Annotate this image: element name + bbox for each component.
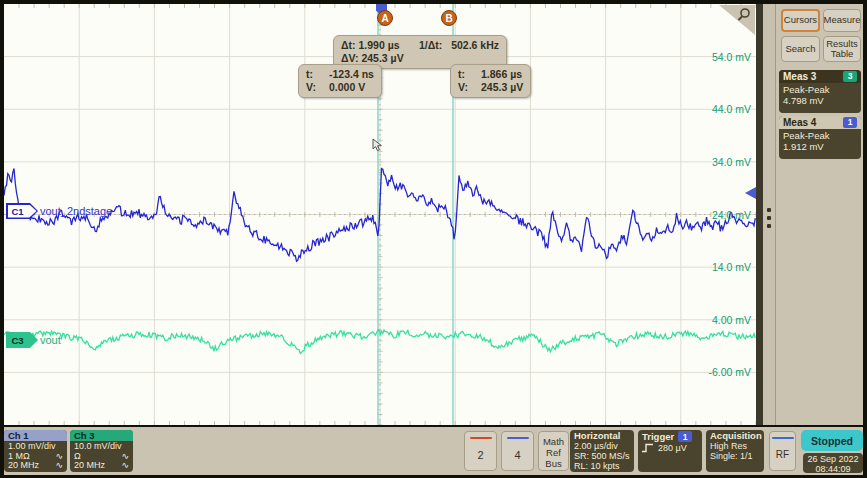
cursor-a-readout[interactable]: t:-123.4 ns V:0.000 V — [298, 64, 382, 98]
horizontal-panel[interactable]: Horizontal 2.00 µs/div SR: 500 MS/s RL: … — [570, 430, 634, 472]
measure-button[interactable]: Measure — [823, 9, 861, 32]
meas4-card[interactable]: Meas 4 1 Peak-Peak 1.912 mV — [779, 116, 861, 159]
rising-edge-icon — [642, 443, 654, 453]
rf-button-label: RF — [776, 439, 789, 470]
cursor-a-t-label: t: — [306, 68, 322, 81]
v-axis-label: 54.0 mV — [712, 51, 751, 63]
acquisition-title: Acquisition — [710, 431, 760, 441]
math-ref-bus-button[interactable]: Math Ref Bus — [538, 431, 569, 471]
trigger-title: Trigger — [642, 432, 674, 442]
trigger-source-chip: 1 — [678, 431, 692, 442]
ch3-title: Ch 3 — [70, 430, 133, 441]
cursor-b-readout[interactable]: t:1.866 µs V:245.3 µV — [450, 64, 531, 98]
ch3-bw-icon: ∿ — [121, 461, 129, 471]
ref-label: Ref — [546, 447, 561, 458]
ch1-tag-label: C1 — [8, 205, 37, 218]
cursor-a-t-value: -123.4 ns — [329, 68, 374, 81]
v-axis-label: 14.0 mV — [712, 261, 751, 273]
horizontal-title: Horizontal — [574, 431, 630, 441]
v-axis-label: 34.0 mV — [712, 156, 751, 168]
acquisition-mode: High Res — [710, 441, 760, 451]
plot-right-gutter — [756, 4, 775, 425]
ch1-bw-icon: ∿ — [55, 461, 63, 471]
cursor-a-badge[interactable]: A — [377, 10, 393, 26]
meas4-title: Meas 4 — [783, 117, 816, 128]
meas3-title: Meas 3 — [783, 71, 816, 82]
trigger-level: 280 µV — [658, 443, 687, 453]
v-axis-label: 24.0 mV — [712, 209, 751, 221]
inv-delta-t-label: 1/Δt: — [419, 39, 442, 51]
ch3-bandwidth: 20 MHz — [74, 461, 105, 471]
right-control-panel: Cursors Measure Search Results Table Mea… — [775, 4, 863, 425]
meas3-value: 4.798 mV — [783, 95, 857, 106]
record-length: RL: 10 kpts — [574, 461, 630, 471]
trigger-panel[interactable]: Trigger 1 280 µV — [638, 430, 702, 472]
results-table-button[interactable]: Results Table — [823, 36, 861, 62]
v-axis-label: -6.00 mV — [708, 366, 751, 378]
meas3-source-chip: 3 — [843, 71, 857, 82]
search-button[interactable]: Search — [781, 36, 820, 62]
meas3-type: Peak-Peak — [783, 84, 857, 95]
sample-rate: SR: 500 MS/s — [574, 451, 630, 461]
magnifier-icon — [736, 7, 752, 23]
delta-t-value: Δt: 1.990 µs — [341, 39, 400, 52]
ch3-badge[interactable]: Ch 3 10.0 mV/div Ω∿ 20 MHz∿ — [70, 430, 133, 472]
cursor-a-v-label: V: — [306, 81, 322, 94]
ch1-trace-label[interactable]: vout_2ndstage — [40, 205, 112, 217]
ch2-button-label: 2 — [477, 439, 483, 470]
drag-handle[interactable] — [767, 208, 771, 212]
cursor-b-t-value: 1.866 µs — [481, 68, 522, 81]
meas4-source-chip: 1 — [843, 117, 857, 128]
v-axis-label: 4.00 mV — [712, 314, 751, 326]
date-text: 26 Sep 2022 — [803, 454, 863, 464]
meas4-value: 1.912 mV — [783, 141, 857, 152]
horizontal-scale: 2.00 µs/div — [574, 441, 630, 451]
bus-label: Bus — [545, 458, 561, 469]
cursor-b-badge[interactable]: B — [441, 10, 457, 26]
ch3-tag-label: C3 — [8, 334, 37, 347]
acquisition-single: Single: 1/1 — [710, 451, 760, 461]
ch1-title: Ch 1 — [4, 430, 67, 441]
cursor-a-v-value: 0.000 V — [329, 81, 365, 94]
ch1-bandwidth: 20 MHz — [8, 461, 39, 471]
rf-button[interactable]: RF — [769, 431, 796, 471]
ch3-trace-label[interactable]: vout — [40, 334, 61, 346]
bottom-status-bar: Ch 1 1.00 mV/div 1 MΩ∿ 20 MHz∿ Ch 3 10.0… — [4, 427, 863, 475]
datetime-badge: 26 Sep 2022 08:44:09 — [803, 453, 863, 473]
cursors-button[interactable]: Cursors — [781, 9, 820, 32]
run-state-button[interactable]: Stopped — [801, 430, 863, 451]
graticule-area[interactable]: 54.0 mV 44.0 mV 34.0 mV 24.0 mV 14.0 mV … — [4, 4, 756, 425]
cursor-b-v-label: V: — [458, 81, 474, 94]
ch1-badge[interactable]: Ch 1 1.00 mV/div 1 MΩ∿ 20 MHz∿ — [4, 430, 67, 472]
oscilloscope-screen: 54.0 mV 44.0 mV 34.0 mV 24.0 mV 14.0 mV … — [0, 0, 867, 478]
ch4-button-label: 4 — [514, 439, 520, 470]
trigger-level-arrow[interactable] — [745, 187, 756, 199]
v-axis-label: 44.0 mV — [712, 103, 751, 115]
cursor-b-t-label: t: — [458, 68, 474, 81]
cursor-b-v-value: 245.3 µV — [481, 81, 523, 94]
time-text: 08:44:09 — [803, 464, 863, 474]
meas3-card[interactable]: Meas 3 3 Peak-Peak 4.798 mV — [779, 70, 861, 113]
ch2-enable-button[interactable]: 2 — [464, 431, 497, 471]
acquisition-panel[interactable]: Acquisition High Res Single: 1/1 — [706, 430, 764, 472]
meas4-type: Peak-Peak — [783, 130, 857, 141]
ch4-enable-button[interactable]: 4 — [501, 431, 534, 471]
mouse-pointer — [372, 138, 384, 152]
inv-delta-t-value: 502.6 kHz — [451, 39, 499, 51]
math-label: Math — [543, 436, 564, 447]
